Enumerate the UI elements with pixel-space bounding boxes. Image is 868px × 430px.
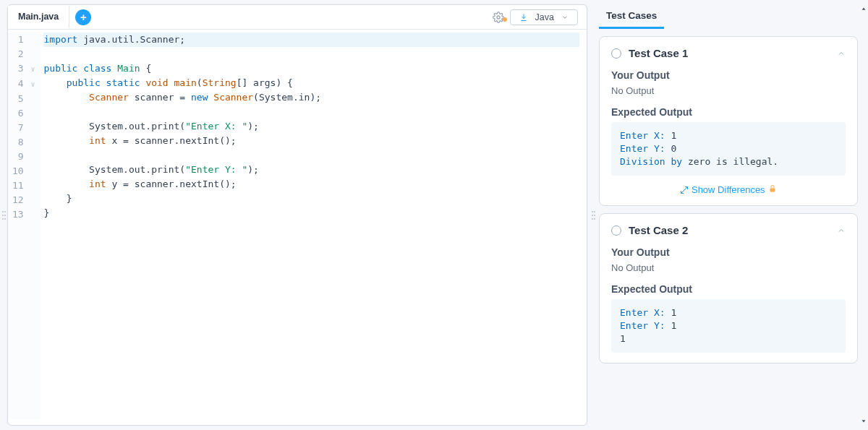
test-case-toggle[interactable]: Test Case 2	[611, 224, 846, 236]
test-cases-header[interactable]: Test Cases	[599, 4, 664, 29]
test-case-toggle[interactable]: Test Case 1	[611, 47, 846, 59]
settings-notification-dot	[503, 17, 507, 22]
svg-point-8	[594, 211, 595, 212]
show-differences: Show Differences	[611, 184, 846, 195]
status-circle-icon	[611, 225, 621, 236]
svg-point-5	[4, 218, 6, 220]
scrollbar[interactable]	[859, 0, 868, 430]
svg-point-6	[497, 16, 500, 19]
language-select[interactable]: Java	[510, 9, 578, 25]
svg-point-12	[594, 218, 595, 220]
svg-point-3	[4, 215, 6, 216]
download-icon	[519, 13, 528, 22]
your-output-value: No Output	[611, 262, 846, 273]
add-tab-button[interactable]: +	[75, 9, 91, 25]
code-editor[interactable]: 1 2 3 ∨4 ∨5 6 7 8 9 10 11 12 13 import j…	[8, 30, 587, 425]
settings-button[interactable]	[487, 12, 510, 23]
line-gutter: 1 2 3 ∨4 ∨5 6 7 8 9 10 11 12 13	[8, 33, 41, 419]
test-case-name: Test Case 1	[629, 47, 688, 59]
expected-output-block: Enter X: 1Enter Y: 11	[611, 299, 846, 353]
editor-tabbar: Main.java + Java	[8, 5, 587, 30]
svg-point-11	[592, 218, 593, 220]
svg-point-10	[594, 215, 595, 216]
chevron-up-icon	[837, 226, 846, 235]
chevron-up-icon	[837, 49, 846, 58]
your-output-label: Your Output	[611, 246, 846, 258]
test-cases-list: Test Case 1Your OutputNo OutputExpected …	[599, 29, 859, 426]
lock-icon	[768, 184, 777, 193]
your-output-value: No Output	[611, 85, 846, 96]
language-label: Java	[535, 12, 554, 22]
left-resize-handle[interactable]	[0, 0, 7, 430]
expected-output-label: Expected Output	[611, 106, 846, 118]
chevron-down-icon	[561, 14, 569, 21]
svg-point-7	[592, 211, 593, 212]
tab-main-java[interactable]: Main.java	[8, 6, 69, 29]
svg-point-9	[592, 215, 593, 216]
svg-point-1	[4, 211, 6, 212]
status-circle-icon	[611, 48, 621, 59]
expected-output-label: Expected Output	[611, 283, 846, 295]
show-differences-link[interactable]: Show Differences	[680, 184, 765, 195]
expected-output-block: Enter X: 1Enter Y: 0Division by zero is …	[611, 122, 846, 176]
svg-point-2	[2, 215, 4, 216]
code-content[interactable]: import java.util.Scanner; public class M…	[41, 33, 587, 419]
svg-rect-13	[770, 189, 775, 192]
test-case-name: Test Case 2	[629, 224, 688, 236]
center-resize-handle[interactable]	[587, 0, 599, 430]
test-case-card: Test Case 2Your OutputNo OutputExpected …	[599, 213, 858, 364]
svg-point-0	[2, 211, 4, 212]
svg-point-4	[2, 218, 4, 220]
test-pane: Test Cases Test Case 1Your OutputNo Outp…	[599, 4, 859, 426]
editor-pane: Main.java + Java 1 2 3 ∨4 ∨5 6 7 8 9 10 …	[7, 4, 587, 426]
test-case-card: Test Case 1Your OutputNo OutputExpected …	[599, 36, 858, 206]
your-output-label: Your Output	[611, 69, 846, 81]
